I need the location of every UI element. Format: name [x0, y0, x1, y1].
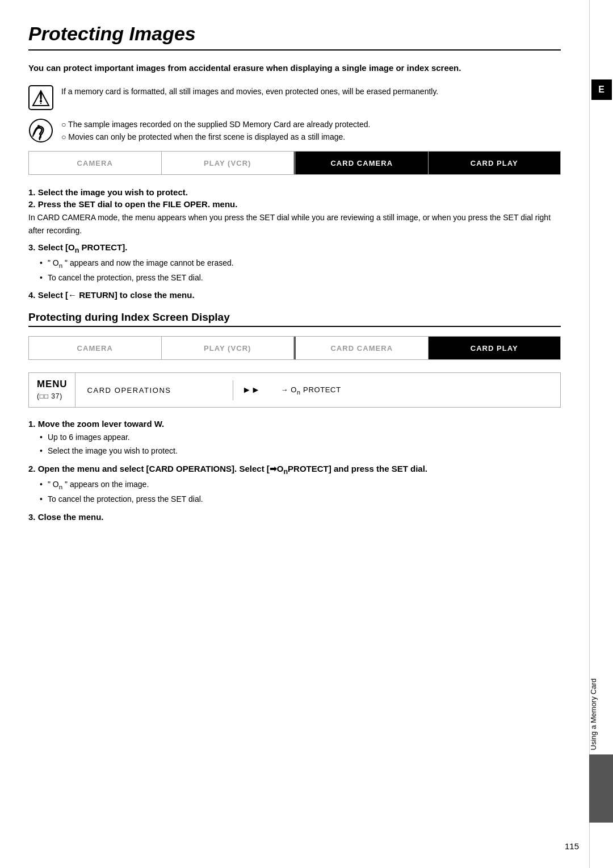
mode-bar-1: CAMERA PLAY (VCR) CARD CAMERA CARD PLAY [28, 151, 561, 175]
step3-heading: 3. Select [On PROTECT]. [28, 242, 561, 254]
svg-point-3 [30, 119, 52, 142]
title-rule [28, 49, 561, 51]
menu-word: MENU [37, 379, 67, 389]
mode-camera-2: CAMERA [29, 337, 162, 359]
mode-play-vcr-1: PLAY (VCR) [162, 152, 295, 174]
page-number: 115 [565, 841, 579, 851]
s2-step1-bullet-2: Select the image you wish to protect. [40, 445, 561, 458]
mode-card-play-2: CARD PLAY [429, 337, 561, 359]
mode-bar-2: CAMERA PLAY (VCR) CARD CAMERA CARD PLAY [28, 336, 561, 360]
mode-card-camera-2: CARD CAMERA [296, 337, 429, 359]
menu-label: MENU (□□ 37) [29, 373, 75, 407]
mode-card-play-1: CARD PLAY [429, 152, 561, 174]
section2-title: Protecting during Index Screen Display [28, 311, 561, 327]
tab-e: E [591, 79, 612, 100]
side-text: Using a Memory Card [589, 674, 613, 754]
warning-notice: ! ! If a memory card is formatted, all s… [28, 85, 561, 110]
menu-ref: (□□ 37) [37, 392, 62, 400]
s2-step2-bullet-2: To cancel the protection, press the SET … [40, 493, 561, 506]
warning-text: If a memory card is formatted, all still… [61, 85, 438, 98]
step3-bullets: " On " appears and now the image cannot … [28, 257, 561, 284]
page-title: Protecting Images [28, 23, 561, 45]
svg-text:!: ! [40, 97, 43, 106]
mode-play-vcr-2: PLAY (VCR) [162, 337, 295, 359]
note-icon [28, 118, 53, 143]
s2-step1-bullets: Up to 6 images appear. Select the image … [28, 431, 561, 458]
menu-block: MENU (□□ 37) CARD OPERATIONS ►► → On PRO… [28, 372, 561, 408]
menu-protect-item: → On PROTECT [269, 380, 560, 401]
note-text: ○ The sample images recorded on the supp… [61, 118, 370, 144]
step4-heading: 4. Select [← RETURN] to close the menu. [28, 290, 561, 300]
steps-part1: 1. Select the image you wish to protect.… [28, 187, 561, 300]
steps-part2: 1. Move the zoom lever toward W. Up to 6… [28, 419, 561, 521]
s2-step2-heading: 2. Open the menu and select [CARD OPERAT… [28, 464, 561, 476]
s2-step2-bullet-1: " On " appears on the image. [40, 478, 561, 493]
warning-icon: ! ! [28, 85, 53, 110]
s2-step1-heading: 1. Move the zoom lever toward W. [28, 419, 561, 429]
s2-step1-bullet-1: Up to 6 images appear. [40, 431, 561, 445]
mode-card-camera-1: CARD CAMERA [296, 152, 429, 174]
s2-step3-heading: 3. Close the menu. [28, 512, 561, 522]
note-notice: ○ The sample images recorded on the supp… [28, 118, 561, 144]
s2-step2-bullets: " On " appears on the image. To cancel t… [28, 478, 561, 506]
step3-bullet-2: To cancel the protection, press the SET … [40, 271, 561, 285]
step2-heading: 2. Press the SET dial to open the FILE O… [28, 199, 561, 209]
step2-sub: In CARD CAMERA mode, the menu appears wh… [28, 211, 561, 237]
sidebar-dark-bar [589, 754, 613, 823]
mode-camera-1: CAMERA [29, 152, 162, 174]
step1-heading: 1. Select the image you wish to protect. [28, 187, 561, 197]
intro-text: You can protect important images from ac… [28, 62, 561, 75]
step3-bullet-1: " On " appears and now the image cannot … [40, 257, 561, 271]
menu-card-operations: CARD OPERATIONS [75, 380, 233, 400]
menu-arrow-icon: ►► [233, 379, 270, 401]
